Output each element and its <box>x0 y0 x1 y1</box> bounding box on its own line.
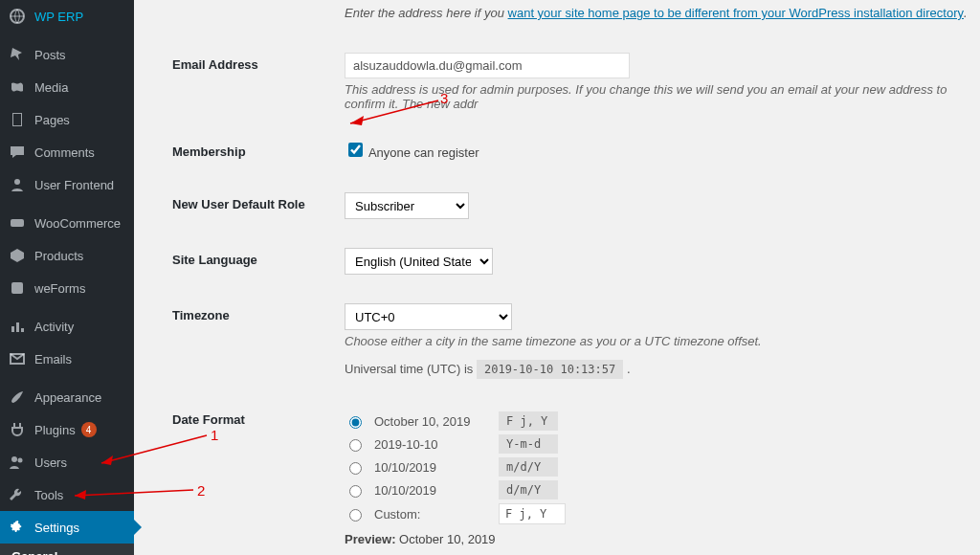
sidebar-item-label: Pages <box>34 113 70 127</box>
svg-rect-7 <box>16 322 19 332</box>
utc-time-value: 2019-10-10 10:13:57 <box>477 360 623 379</box>
date-format-option[interactable]: 10/10/2019m/d/Y <box>345 457 970 477</box>
membership-checkbox[interactable] <box>348 143 363 157</box>
sidebar-item-label: User Frontend <box>34 178 114 192</box>
utc-prefix: Universal time (UTC) is <box>345 362 477 376</box>
date-format-option[interactable]: 10/10/2019d/m/Y <box>345 480 970 500</box>
sidebar-item-user-frontend[interactable]: User Frontend <box>0 168 134 201</box>
membership-checkbox-label: Anyone can register <box>368 145 479 160</box>
sidebar-item-weforms[interactable]: weForms <box>0 272 134 304</box>
date-preview-label: Preview: <box>345 532 395 546</box>
sidebar-item-label: WooCommerce <box>34 216 121 231</box>
date-format-option[interactable]: Custom: <box>345 503 970 524</box>
wrench-icon <box>8 485 27 504</box>
page-icon <box>8 110 27 129</box>
sidebar-item-label: weForms <box>34 281 85 296</box>
sidebar-item-products[interactable]: Products <box>0 239 134 272</box>
sidebar-item-pages[interactable]: Pages <box>0 103 134 136</box>
user-icon <box>8 175 27 194</box>
label-timezone: Timezone <box>172 308 230 322</box>
svg-point-11 <box>18 458 23 463</box>
label-default-role: New User Default Role <box>172 197 305 211</box>
sidebar-item-label: Media <box>34 80 68 95</box>
date-format-radio[interactable] <box>349 485 362 498</box>
date-format-code: F j, Y <box>499 411 558 431</box>
date-format-code: Y-m-d <box>499 434 558 454</box>
sidebar-item-label: Posts <box>34 48 66 62</box>
sidebar-item-label: Activity <box>34 320 74 334</box>
woo-icon <box>8 213 27 233</box>
label-language: Site Language <box>172 253 257 267</box>
settings-submenu: GeneralWritingReading <box>0 544 134 555</box>
sidebar-item-media[interactable]: Media <box>0 71 134 103</box>
sidebar-item-label: Settings <box>34 521 79 535</box>
date-format-display: 2019-10-10 <box>374 437 489 452</box>
sidebar-item-label: Emails <box>34 352 72 366</box>
chart-icon <box>8 317 27 336</box>
date-format-display: 10/10/2019 <box>374 460 489 475</box>
svg-point-10 <box>11 456 17 462</box>
sidebar-item-posts[interactable]: Posts <box>0 38 134 71</box>
users-icon <box>8 453 27 472</box>
comment-icon <box>8 143 27 162</box>
sidebar-item-label: Tools <box>34 488 63 502</box>
label-membership: Membership <box>172 144 246 159</box>
svg-rect-5 <box>11 282 23 294</box>
svg-point-3 <box>14 179 20 185</box>
date-format-display: October 10, 2019 <box>374 414 489 429</box>
timezone-select[interactable]: UTC+0 <box>345 303 512 330</box>
sidebar-item-users[interactable]: Users <box>0 446 134 478</box>
plug-icon <box>8 420 27 439</box>
svg-rect-8 <box>21 328 24 332</box>
sidebar-item-settings[interactable]: Settings <box>0 511 134 544</box>
date-preview-value: October 10, 2019 <box>399 532 495 546</box>
sidebar-item-appearance[interactable]: Appearance <box>0 381 134 413</box>
box-icon <box>8 246 27 265</box>
date-format-custom-input[interactable] <box>499 503 566 524</box>
admin-sidebar: WP ERPPostsMediaPagesCommentsUser Fronte… <box>0 0 134 555</box>
svg-rect-4 <box>11 219 24 227</box>
date-format-option[interactable]: 2019-10-10Y-m-d <box>345 434 970 454</box>
sidebar-item-label: Plugins <box>34 423 76 437</box>
label-email: Email Address <box>172 57 258 72</box>
date-format-radio[interactable] <box>349 462 362 475</box>
settings-general-form: Enter the address here if you want your … <box>153 0 980 555</box>
date-format-radio[interactable] <box>349 439 362 452</box>
email-description: This address is used for admin purposes.… <box>345 82 970 111</box>
sidebar-item-label: Appearance <box>34 390 101 405</box>
sidebar-item-tools[interactable]: Tools <box>0 478 134 511</box>
date-format-radio[interactable] <box>349 416 362 429</box>
date-format-option[interactable]: October 10, 2019F j, Y <box>345 411 970 431</box>
sidebar-item-activity[interactable]: Activity <box>0 310 134 343</box>
timezone-description: Choose either a city in the same timezon… <box>345 334 970 348</box>
svg-rect-6 <box>11 326 14 332</box>
brush-icon <box>8 388 27 407</box>
sidebar-item-emails[interactable]: Emails <box>0 343 134 375</box>
date-format-code: d/m/Y <box>499 480 558 500</box>
date-format-radio[interactable] <box>349 509 362 522</box>
date-format-display: Custom: <box>374 507 489 522</box>
label-date-format: Date Format <box>172 412 245 427</box>
sidebar-item-plugins[interactable]: Plugins4 <box>0 413 134 446</box>
language-select[interactable]: English (United States) <box>345 248 493 275</box>
weform-icon <box>8 278 27 298</box>
date-format-display: 10/10/2019 <box>374 483 489 498</box>
sidebar-item-wp-erp[interactable]: WP ERP <box>0 0 134 33</box>
sidebar-item-comments[interactable]: Comments <box>0 136 134 168</box>
default-role-select[interactable]: Subscriber <box>345 192 469 219</box>
svg-rect-2 <box>13 114 21 125</box>
pin-icon <box>8 45 27 64</box>
sidebar-item-label: Comments <box>34 145 95 160</box>
email-input[interactable] <box>345 53 630 78</box>
sidebar-item-label: WP ERP <box>34 10 83 24</box>
media-icon <box>8 78 27 97</box>
url-hint-link[interactable]: want your site home page to be different… <box>508 6 964 20</box>
date-format-code: m/d/Y <box>499 457 558 477</box>
mail-icon <box>8 349 27 368</box>
membership-checkbox-wrap[interactable]: Anyone can register <box>345 145 479 160</box>
update-badge: 4 <box>81 422 97 437</box>
globe-icon <box>8 7 27 26</box>
sidebar-item-woocommerce[interactable]: WooCommerce <box>0 207 134 239</box>
settings-sub-general[interactable]: General <box>0 544 134 555</box>
url-hint-text: Enter the address here if you <box>345 6 508 20</box>
